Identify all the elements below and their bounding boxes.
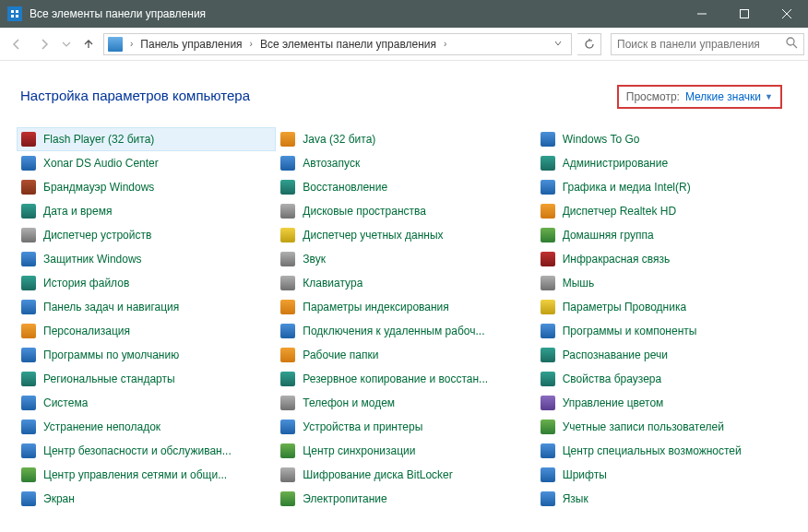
control-panel-item[interactable]: Центр специальных возможностей	[536, 439, 795, 463]
item-label: Автозапуск	[303, 157, 360, 170]
item-icon	[541, 348, 555, 362]
recent-locations-button[interactable]	[59, 31, 74, 57]
view-by-dropdown[interactable]: Мелкие значки ▼	[685, 90, 773, 103]
control-panel-item[interactable]: Дата и время	[17, 199, 276, 223]
item-label: Центр специальных возможностей	[563, 444, 742, 457]
item-label: Управление цветом	[563, 396, 664, 409]
item-label: Параметры Проводника	[563, 301, 686, 313]
item-icon	[21, 180, 36, 195]
control-panel-item[interactable]: Диспетчер учетных данных	[276, 223, 535, 247]
control-panel-item[interactable]: Звук	[276, 247, 535, 271]
control-panel-item[interactable]: Устранение неполадок	[17, 415, 276, 439]
item-label: Дата и время	[43, 205, 112, 218]
view-by-label: Просмотр:	[626, 90, 680, 103]
control-panel-item[interactable]: Мышь	[536, 271, 795, 295]
control-panel-item[interactable]: Диспетчер устройств	[17, 223, 276, 247]
item-label: Звук	[303, 253, 326, 266]
control-panel-item[interactable]: Восстановление	[276, 175, 535, 199]
control-panel-item[interactable]: Распознавание речи	[536, 343, 795, 367]
minimize-button[interactable]	[681, 0, 723, 28]
control-panel-item[interactable]: Управление цветом	[536, 391, 795, 415]
control-panel-item[interactable]: Система	[17, 391, 276, 415]
control-panel-item[interactable]: Инфракрасная связь	[536, 247, 795, 271]
control-panel-item[interactable]: Администрирование	[536, 151, 795, 175]
item-label: Учетные записи пользователей	[563, 420, 724, 433]
control-panel-item[interactable]: Центр синхронизации	[276, 439, 535, 463]
search-input[interactable]	[617, 38, 786, 51]
control-panel-item[interactable]: Язык	[536, 487, 795, 511]
address-bar[interactable]: › Панель управления › Все элементы панел…	[103, 33, 572, 55]
control-panel-item[interactable]: Центр управления сетями и общи...	[17, 463, 276, 487]
chevron-right-icon[interactable]: ›	[248, 39, 255, 49]
control-panel-item[interactable]: Windows To Go	[536, 127, 795, 151]
control-panel-item[interactable]: Автозапуск	[276, 151, 535, 175]
control-panel-item[interactable]: Панель задач и навигация	[17, 295, 276, 319]
control-panel-icon	[7, 6, 22, 21]
control-panel-item[interactable]: Программы по умолчанию	[17, 343, 276, 367]
chevron-right-icon[interactable]: ›	[128, 39, 135, 49]
item-icon	[21, 443, 36, 458]
item-icon	[280, 420, 295, 434]
control-panel-item[interactable]: Рабочие папки	[276, 343, 535, 367]
breadcrumb-root[interactable]: Панель управления	[137, 36, 245, 53]
item-label: Шифрование диска BitLocker	[303, 468, 452, 481]
control-panel-item[interactable]: Параметры индексирования	[276, 295, 535, 319]
control-panel-item[interactable]: Подключения к удаленным рабоч...	[276, 319, 535, 343]
control-panel-item[interactable]: Брандмауэр Windows	[17, 175, 276, 199]
item-icon	[541, 491, 555, 506]
address-dropdown-button[interactable]	[549, 39, 567, 49]
control-panel-item[interactable]: Телефон и модем	[276, 391, 535, 415]
maximize-button[interactable]	[723, 0, 766, 28]
control-panel-item[interactable]: Электропитание	[276, 487, 535, 511]
control-panel-item[interactable]: История файлов	[17, 271, 276, 295]
control-panel-item[interactable]: Шифрование диска BitLocker	[276, 463, 535, 487]
control-panel-item[interactable]: Flash Player (32 бита)	[17, 127, 276, 151]
control-panel-item[interactable]: Шрифты	[536, 463, 795, 487]
item-label: Диспетчер учетных данных	[303, 229, 443, 242]
control-panel-item[interactable]: Персонализация	[17, 319, 276, 343]
control-panel-item[interactable]: Параметры Проводника	[536, 295, 795, 319]
control-panel-item[interactable]: Программы и компоненты	[536, 319, 795, 343]
control-panel-item[interactable]: Диспетчер Realtek HD	[536, 199, 795, 223]
control-panel-item[interactable]: Экран	[17, 487, 276, 511]
search-box[interactable]	[611, 33, 804, 55]
item-icon	[541, 276, 555, 290]
back-button[interactable]	[4, 31, 30, 57]
page-title: Настройка параметров компьютера	[20, 88, 617, 103]
control-panel-item[interactable]: Графика и медиа Intel(R)	[536, 175, 795, 199]
control-panel-item[interactable]: Дисковые пространства	[276, 199, 535, 223]
item-label: Электропитание	[303, 492, 386, 505]
view-by-group: Просмотр: Мелкие значки ▼	[617, 85, 782, 109]
item-icon	[541, 300, 555, 314]
control-panel-item[interactable]: Клавиатура	[276, 271, 535, 295]
control-panel-item[interactable]: Устройства и принтеры	[276, 415, 535, 439]
item-label: Инфракрасная связь	[563, 253, 671, 266]
breadcrumb-current[interactable]: Все элементы панели управления	[256, 36, 440, 53]
item-label: Подключения к удаленным рабоч...	[303, 325, 484, 337]
control-panel-item[interactable]: Домашняя группа	[536, 223, 795, 247]
chevron-right-icon[interactable]: ›	[442, 39, 448, 49]
control-panel-item[interactable]: Защитник Windows	[17, 247, 276, 271]
control-panel-item[interactable]: Региональные стандарты	[17, 367, 276, 391]
item-label: Рабочие папки	[303, 349, 378, 361]
item-icon	[280, 276, 295, 290]
control-panel-item[interactable]: Центр безопасности и обслуживан...	[17, 439, 276, 463]
item-label: Параметры индексирования	[303, 301, 448, 313]
close-button[interactable]	[766, 0, 808, 28]
item-label: Программы по умолчанию	[43, 349, 179, 361]
content-header: Настройка параметров компьютера Просмотр…	[0, 61, 808, 116]
control-panel-item[interactable]: Xonar DS Audio Center	[17, 151, 276, 175]
item-label: Flash Player (32 бита)	[43, 133, 154, 146]
refresh-button[interactable]	[577, 33, 601, 55]
control-panel-item[interactable]: Свойства браузера	[536, 367, 795, 391]
control-panel-item[interactable]: Резервное копирование и восстан...	[276, 367, 535, 391]
item-icon	[280, 180, 295, 195]
control-panel-item[interactable]: Учетные записи пользователей	[536, 415, 795, 439]
item-icon	[541, 420, 555, 434]
up-button[interactable]	[76, 31, 101, 57]
item-label: Дисковые пространства	[303, 205, 426, 218]
forward-button[interactable]	[31, 31, 57, 57]
item-label: Система	[43, 396, 88, 409]
item-icon	[280, 300, 295, 314]
control-panel-item[interactable]: Java (32 бита)	[276, 127, 535, 151]
